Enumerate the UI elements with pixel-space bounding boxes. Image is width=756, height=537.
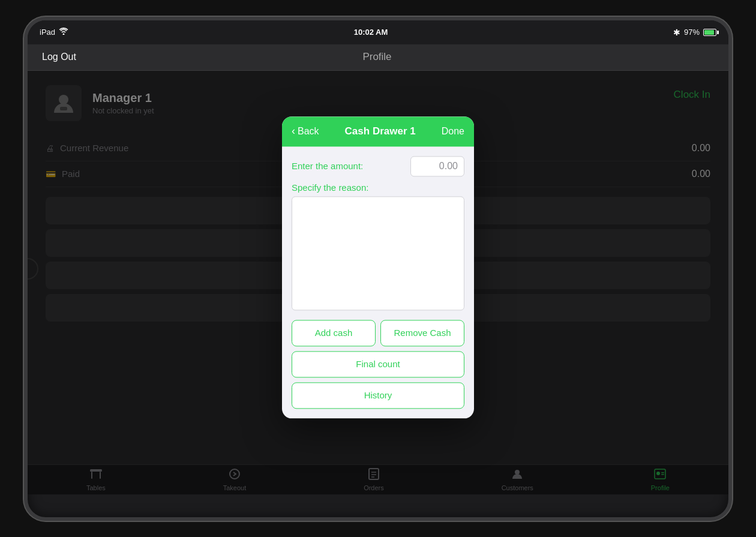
- cash-drawer-modal: ‹ Back Cash Drawer 1 Done Enter the amou…: [282, 116, 474, 418]
- main-content: Manager 1 Not clocked in yet Clock In 🖨 …: [28, 71, 728, 494]
- status-bar: iPad 10:02 AM ✱ 97%: [28, 20, 728, 44]
- nav-title: Profile: [362, 51, 391, 63]
- amount-row: Enter the amount:: [292, 156, 464, 176]
- final-count-button[interactable]: Final count: [292, 351, 464, 377]
- back-label: Back: [298, 126, 319, 137]
- ipad-frame: iPad 10:02 AM ✱ 97% Log Out Profile: [24, 17, 732, 521]
- modal-body: Enter the amount: Specify the reason: Ad…: [282, 146, 474, 418]
- add-cash-button[interactable]: Add cash: [292, 320, 376, 346]
- log-out-button[interactable]: Log Out: [42, 52, 76, 62]
- modal-done-button[interactable]: Done: [442, 126, 464, 137]
- side-dot: [728, 259, 732, 265]
- amount-input[interactable]: [410, 156, 464, 176]
- cash-buttons-row: Add cash Remove Cash: [292, 320, 464, 346]
- reason-textarea[interactable]: [292, 196, 464, 310]
- time-display: 10:02 AM: [354, 28, 388, 37]
- amount-label: Enter the amount:: [292, 161, 363, 171]
- remove-cash-button[interactable]: Remove Cash: [380, 320, 464, 346]
- device-name: iPad: [40, 28, 55, 37]
- battery-bar: [703, 29, 716, 36]
- reason-label: Specify the reason:: [292, 182, 464, 193]
- chevron-left-icon: ‹: [292, 125, 295, 137]
- status-left: iPad: [40, 28, 68, 37]
- status-right: ✱ 97%: [673, 28, 716, 37]
- modal-header: ‹ Back Cash Drawer 1 Done: [282, 116, 474, 146]
- nav-bar: Log Out Profile: [28, 44, 728, 71]
- wifi-icon: [59, 28, 68, 37]
- modal-back-button[interactable]: ‹ Back: [292, 125, 319, 137]
- modal-title: Cash Drawer 1: [345, 125, 416, 137]
- battery-pct: 97%: [684, 28, 700, 37]
- bluetooth-icon: ✱: [673, 28, 680, 37]
- history-button[interactable]: History: [292, 382, 464, 409]
- battery-icon: [703, 29, 716, 36]
- battery-fill: [704, 30, 714, 35]
